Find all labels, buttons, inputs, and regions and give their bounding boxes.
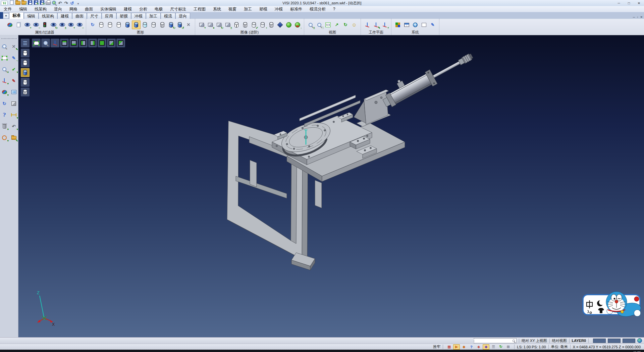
tile-windows-icon[interactable] (9, 88, 18, 96)
tab-dropdown-icon[interactable]: ▼ (3, 13, 9, 19)
world-settings-icon[interactable] (411, 20, 420, 29)
attribute-table-icon[interactable] (402, 20, 411, 29)
scene-canvas[interactable]: Z X (18, 35, 644, 337)
zoom-actual-icon[interactable]: 1:1 (324, 20, 332, 29)
new-document-icon[interactable] (9, 0, 15, 5)
undo-step-icon[interactable]: ↶▾ (9, 122, 18, 131)
menu-wireframe[interactable]: 线架构 (31, 6, 50, 12)
window-select-icon[interactable] (0, 53, 9, 62)
view-right-icon[interactable] (88, 39, 97, 47)
redo-icon[interactable]: ↷ (63, 0, 69, 6)
cpl-indicator-icon[interactable]: ◆ (483, 344, 489, 350)
workplane-icon[interactable]: ▾ (0, 76, 9, 85)
current-view-label[interactable]: 绝对 XY 上视图 (522, 338, 547, 343)
shade-quality-icon[interactable] (276, 20, 284, 29)
open-icon[interactable] (15, 0, 21, 5)
tab-surface[interactable]: 曲面 (72, 13, 87, 19)
fly-mode-icon[interactable] (41, 39, 50, 47)
sketch-curve-icon[interactable]: ✎~ (9, 53, 18, 62)
menu-system[interactable]: 系统 (209, 6, 225, 12)
layer-indicator[interactable]: LAYER0 (572, 339, 586, 343)
mdi-restore-button[interactable]: ▫ (637, 15, 638, 19)
reload-icon[interactable]: ↺ (69, 0, 75, 6)
zoom-solids-icon[interactable]: ▾ (0, 65, 9, 74)
world-icon[interactable] (637, 338, 642, 343)
ime-bar[interactable] (583, 292, 642, 318)
shaded-edges-mode-icon[interactable] (132, 20, 141, 29)
menu-mesh[interactable]: 网格 (66, 6, 81, 12)
display-shaded-icon[interactable] (21, 68, 30, 77)
viewport-3d[interactable]: ☰ (18, 35, 644, 337)
preview-icon[interactable] (51, 0, 57, 5)
menu-reverse[interactable]: 逆向 (50, 6, 66, 12)
toolbar-handle[interactable] (1, 38, 17, 40)
tab-moldflow[interactable]: 模流 (161, 13, 175, 19)
os-taskbar[interactable]: 11:08 (0, 350, 644, 352)
export-image-icon[interactable]: ↓ (293, 20, 302, 29)
hide-entities-icon[interactable]: − (32, 20, 40, 29)
view-back-icon[interactable] (107, 39, 116, 47)
zoom-extents-icon[interactable] (32, 39, 41, 47)
menu-file[interactable]: 文件 (0, 6, 15, 12)
attributes-brush-icon[interactable]: ▾ (0, 88, 9, 96)
edit-system-icon[interactable]: ✎ (428, 20, 437, 29)
auto-rotate-icon[interactable]: ↻ (497, 344, 504, 350)
mdi-minimize-button[interactable]: ─ (633, 15, 635, 19)
refresh-image-icon[interactable]: ↻ (215, 20, 223, 29)
tab-application[interactable]: 应用 (102, 13, 116, 19)
show-entities-icon[interactable]: + (23, 20, 32, 29)
menu-machining[interactable]: 加工 (240, 6, 256, 12)
shaded-mode-icon[interactable] (123, 20, 132, 29)
delete-icon[interactable]: ▾ (0, 122, 9, 131)
cursor-filter-icon[interactable]: ▶ (453, 344, 460, 350)
modify-attributes-icon[interactable] (5, 20, 14, 29)
color-swatch-3[interactable] (623, 339, 635, 343)
wireframe-mode-icon[interactable] (97, 20, 106, 29)
image-filter-icon[interactable]: ● (206, 20, 215, 29)
menu-analysis[interactable]: 分析 (136, 6, 151, 12)
mdi-close-button[interactable]: ✕ (640, 15, 643, 19)
trim-element-icon[interactable]: ✕✎ (9, 42, 18, 51)
color-swatch-1[interactable] (593, 339, 606, 343)
confirm-selection-icon[interactable]: ✔▾ (9, 65, 18, 74)
refresh-visibility-icon[interactable]: ↻ (49, 20, 58, 29)
tab-modeling[interactable]: 建模 (57, 13, 72, 19)
menu-electrode[interactable]: 电极 (151, 6, 166, 12)
undo-icon[interactable]: ↶ (57, 0, 63, 6)
pan-icon[interactable]: ↗ (332, 20, 341, 29)
grid-settings-icon[interactable] (420, 20, 428, 29)
view-top-icon[interactable] (60, 39, 69, 47)
minimize-button[interactable]: ─ (614, 1, 624, 5)
hatched-mode-icon[interactable] (158, 20, 167, 29)
hidden-line-mode-icon[interactable] (106, 20, 114, 29)
section-line-icon[interactable] (232, 20, 241, 29)
tab-molding[interactable]: 塑膜 (116, 13, 131, 19)
search-input[interactable] (475, 339, 513, 343)
menu-window[interactable]: 视窗 (225, 6, 240, 12)
package-icon[interactable]: ◈ (475, 344, 482, 350)
rotate-view-icon[interactable]: ↻ (341, 20, 350, 29)
display-hatch-icon[interactable] (21, 88, 30, 96)
menu-standard-parts[interactable]: 标准件 (286, 6, 306, 12)
show-all-icon[interactable]: + (66, 20, 75, 29)
regen-view-icon[interactable]: ↻ (0, 99, 9, 108)
hide-all-icon[interactable]: − (75, 20, 84, 29)
navigation-wheel-icon[interactable]: ▾ (0, 133, 9, 142)
print-icon[interactable] (45, 0, 51, 5)
tab-reverse[interactable]: 逆向 (175, 13, 190, 19)
regenerate-icon[interactable]: ↻ (88, 20, 97, 29)
tab-edit[interactable]: 编辑 (24, 13, 39, 19)
open-recent-icon[interactable]: + (21, 0, 27, 5)
menu-mold[interactable]: 塑模 (256, 6, 271, 12)
snap-grid-icon[interactable]: ▦ (446, 344, 452, 350)
color-swatch-2[interactable] (608, 339, 621, 343)
fly-zoom-icon[interactable] (0, 42, 9, 51)
axonometric-icon[interactable] (51, 39, 59, 47)
visual-check-icon[interactable]: ☺ (350, 20, 359, 29)
add-to-image-icon[interactable]: + (197, 20, 206, 29)
search-box[interactable] (474, 338, 517, 343)
selection-filter-icon[interactable] (40, 20, 49, 29)
zoom-dynamic-icon[interactable]: ± (306, 20, 315, 29)
tab-machining[interactable]: 加工 (146, 13, 161, 19)
view-left-icon[interactable] (79, 39, 88, 47)
